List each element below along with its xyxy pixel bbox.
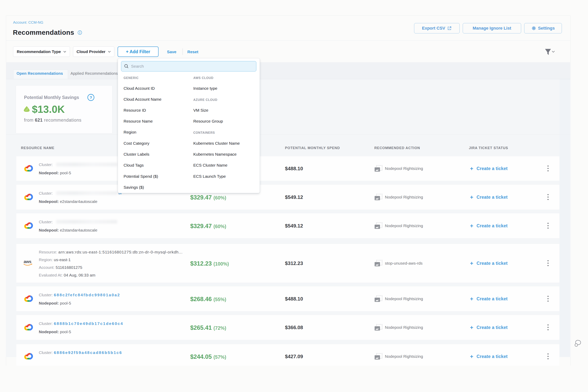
svg-text:aws: aws	[24, 259, 31, 264]
svg-text:?: ?	[90, 95, 92, 100]
